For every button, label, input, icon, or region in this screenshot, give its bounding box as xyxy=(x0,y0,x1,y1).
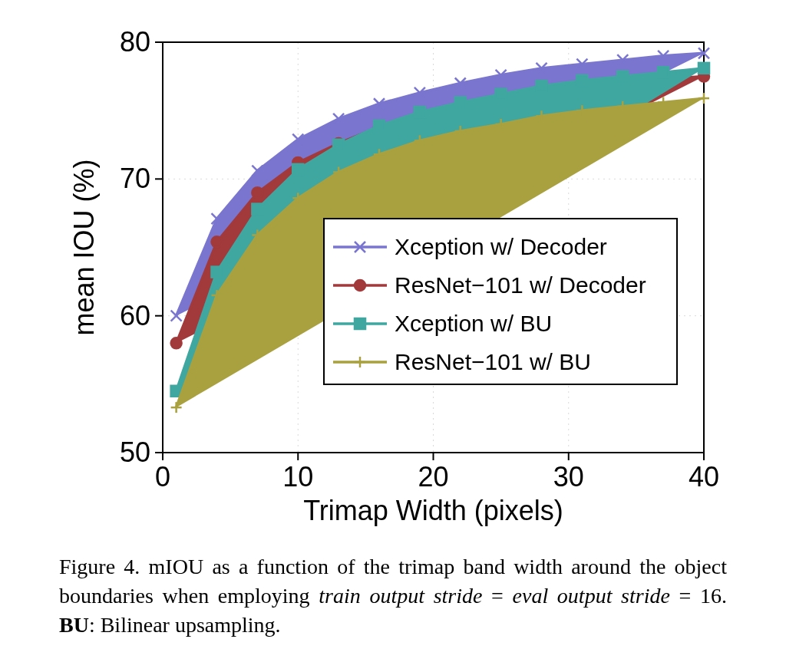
marker-square xyxy=(537,81,547,91)
caption-ital2: eval output stride xyxy=(513,584,670,608)
marker-square xyxy=(252,204,263,215)
legend-label: ResNet−101 w/ BU xyxy=(395,349,591,374)
x-tick-label: 40 xyxy=(689,461,719,492)
legend: Xception w/ DecoderResNet−101 w/ Decoder… xyxy=(324,219,677,384)
marker-square xyxy=(576,75,587,86)
x-tick-label: 30 xyxy=(553,461,584,492)
marker-square xyxy=(455,97,466,107)
marker-o xyxy=(355,280,365,291)
y-tick-label: 50 xyxy=(120,436,150,468)
marker-square xyxy=(617,71,628,82)
x-tick-label: 0 xyxy=(155,461,170,492)
legend-label: Xception w/ BU xyxy=(395,311,552,336)
y-axis-label: mean IOU (%) xyxy=(68,159,100,335)
caption-eq1: = xyxy=(491,584,504,608)
marker-square xyxy=(212,267,223,278)
y-tick-label: 80 xyxy=(120,26,150,58)
marker-square xyxy=(292,164,303,175)
caption-eq2: = 16. xyxy=(679,584,727,608)
marker-square xyxy=(698,63,709,74)
chart-svg: 01020304050607080Trimap Width (pixels)me… xyxy=(59,15,727,537)
caption-prefix: Figure 4. xyxy=(59,555,140,578)
caption-bu: BU xyxy=(59,613,89,637)
marker-square xyxy=(658,67,669,77)
marker-square xyxy=(496,89,507,100)
legend-label: Xception w/ Decoder xyxy=(395,234,607,259)
marker-o xyxy=(212,236,223,247)
x-tick-label: 10 xyxy=(282,461,313,492)
marker-square xyxy=(374,120,385,131)
marker-square xyxy=(355,318,365,329)
x-tick-label: 20 xyxy=(418,461,448,492)
y-tick-label: 70 xyxy=(120,163,150,194)
marker-square xyxy=(333,140,344,150)
marker-o xyxy=(171,338,182,348)
x-axis-label: Trimap Width (pixels) xyxy=(303,495,563,526)
figure-caption: Figure 4. mIOU as a function of the trim… xyxy=(59,552,727,639)
marker-square xyxy=(414,107,425,117)
caption-bu-desc: : Bilinear upsampling. xyxy=(89,613,281,637)
y-tick-label: 60 xyxy=(120,300,150,331)
caption-ital1: train output stride xyxy=(319,584,482,608)
legend-label: ResNet−101 w/ Decoder xyxy=(395,272,646,298)
chart: 01020304050607080Trimap Width (pixels)me… xyxy=(59,15,727,537)
marker-o xyxy=(252,187,263,198)
